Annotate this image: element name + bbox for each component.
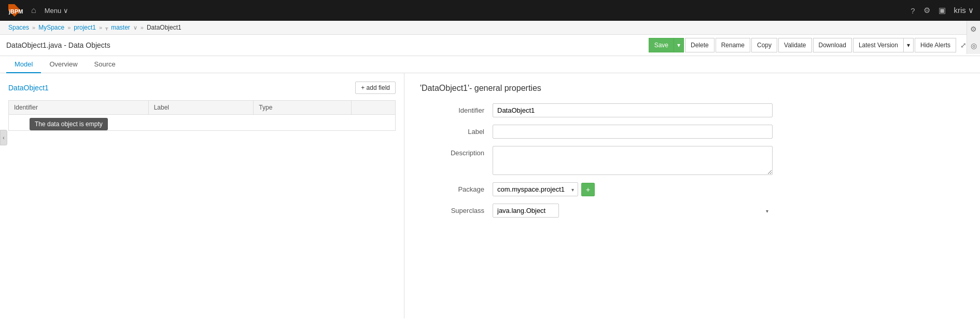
col-header-actions — [352, 101, 396, 115]
file-toolbar: DataObject1.java - Data Objects Save ▾ D… — [0, 35, 980, 56]
home-icon[interactable]: ⌂ — [31, 6, 36, 15]
hide-alerts-button[interactable]: Hide Alerts — [915, 38, 956, 52]
nav-right: ? ⚙ ▣ kris ∨ — [911, 6, 974, 15]
left-panel: DataObject1 + add field Identifier Label… — [0, 73, 404, 318]
breadcrumb-master[interactable]: master — [111, 24, 130, 31]
package-select-wrapper: com.myspace.project1 ▾ + — [493, 182, 595, 196]
breadcrumb: Spaces » MySpace » project1 » ᚁ master ∨… — [0, 21, 980, 35]
rename-button[interactable]: Rename — [716, 38, 750, 52]
toolbar-buttons: Save ▾ Delete Rename Copy Validate Downl… — [649, 38, 974, 52]
file-title: DataObject1.java - Data Objects — [6, 41, 110, 49]
menu-button[interactable]: Menu ∨ — [45, 7, 69, 15]
package-row: Package com.myspace.project1 ▾ + — [420, 182, 964, 196]
breadcrumb-myspace[interactable]: MySpace — [38, 24, 64, 31]
expand-icon[interactable]: ⤢ — [960, 41, 967, 49]
latest-version-button[interactable]: Latest Version — [853, 38, 904, 52]
breadcrumb-spaces[interactable]: Spaces — [8, 24, 29, 31]
description-label: Description — [420, 146, 493, 157]
delete-button[interactable]: Delete — [685, 38, 715, 52]
tab-overview[interactable]: Overview — [41, 56, 86, 73]
tab-model[interactable]: Model — [6, 56, 41, 73]
right-panel: 'DataObject1'- general properties Identi… — [404, 73, 980, 318]
top-navbar: jBPM ⌂ Menu ∨ ? ⚙ ▣ kris ∨ — [0, 0, 980, 21]
branch-dropdown-arrow[interactable]: ∨ — [133, 24, 137, 31]
copy-button[interactable]: Copy — [751, 38, 777, 52]
package-select-container: com.myspace.project1 ▾ — [493, 182, 578, 196]
svg-text:jBPM: jBPM — [8, 8, 23, 15]
latest-version-dropdown[interactable]: ▾ — [904, 38, 914, 52]
identifier-label: Identifier — [420, 103, 493, 114]
label-input[interactable] — [493, 125, 773, 139]
data-object-name[interactable]: DataObject1 — [8, 84, 49, 92]
description-row: Description — [420, 146, 964, 175]
superclass-select-container: java.lang.Object ▾ — [493, 204, 773, 218]
col-header-type: Type — [254, 101, 352, 115]
help-icon[interactable]: ? — [911, 6, 915, 15]
download-button[interactable]: Download — [813, 38, 852, 52]
user-menu[interactable]: kris ∨ — [954, 6, 974, 15]
side-rail-settings-icon[interactable]: ⚙ — [970, 25, 977, 33]
save-button[interactable]: Save — [649, 38, 674, 52]
left-panel-toggle[interactable]: ‹ — [0, 130, 7, 145]
properties-title: 'DataObject1'- general properties — [420, 84, 964, 93]
settings-icon[interactable]: ⚙ — [923, 6, 930, 15]
identifier-input[interactable] — [493, 103, 773, 117]
logo-area: jBPM — [6, 2, 23, 19]
add-field-button[interactable]: + add field — [355, 82, 396, 94]
data-object-header: DataObject1 + add field — [8, 82, 396, 94]
superclass-select-arrow: ▾ — [766, 208, 768, 213]
superclass-label: Superclass — [420, 204, 493, 214]
empty-message: The data object is empty — [30, 118, 108, 130]
monitor-icon[interactable]: ▣ — [939, 6, 946, 15]
col-header-identifier: Identifier — [9, 101, 149, 115]
label-label: Label — [420, 125, 493, 136]
data-table: Identifier Label Type The data object is… — [8, 100, 396, 131]
identifier-row: Identifier — [420, 103, 964, 117]
description-textarea[interactable] — [493, 146, 773, 175]
jbpm-logo-icon: jBPM — [6, 2, 23, 19]
validate-button[interactable]: Validate — [778, 38, 811, 52]
label-row: Label — [420, 125, 964, 139]
breadcrumb-project1[interactable]: project1 — [74, 24, 96, 31]
superclass-select[interactable]: java.lang.Object — [493, 204, 559, 218]
package-select[interactable]: com.myspace.project1 — [493, 182, 578, 196]
empty-row: The data object is empty — [9, 115, 396, 131]
side-rail: ⚙ ◎ — [967, 21, 980, 54]
content-area: DataObject1 + add field Identifier Label… — [0, 73, 980, 318]
superclass-row: Superclass java.lang.Object ▾ — [420, 204, 964, 218]
save-dropdown-button[interactable]: ▾ — [674, 38, 684, 52]
col-header-label: Label — [148, 101, 254, 115]
save-btn-group: Save ▾ — [649, 38, 684, 52]
side-rail-globe-icon[interactable]: ◎ — [971, 42, 977, 50]
package-label: Package — [420, 182, 493, 193]
tabs-row: Model Overview Source — [0, 56, 980, 73]
latest-version-btn-group: Latest Version ▾ — [853, 38, 914, 52]
tab-source[interactable]: Source — [86, 56, 124, 73]
branch-icon: ᚁ — [105, 24, 108, 31]
add-package-button[interactable]: + — [581, 183, 595, 196]
breadcrumb-current: DataObject1 — [147, 24, 181, 31]
